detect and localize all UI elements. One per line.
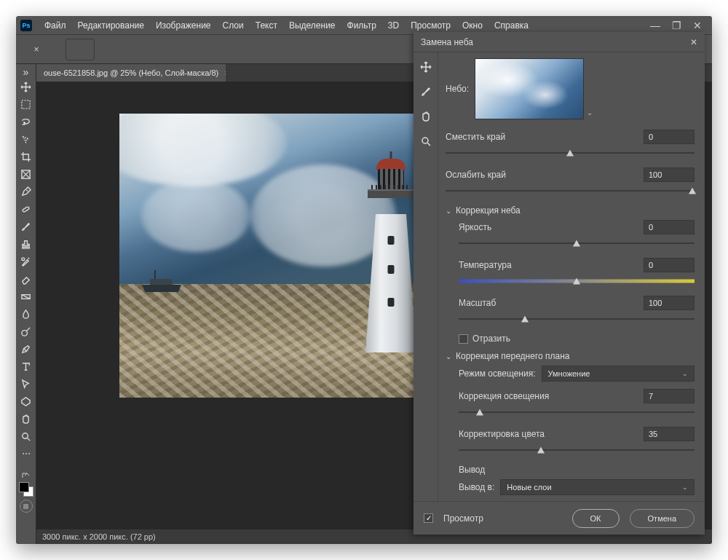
color-adjust-track[interactable] xyxy=(459,444,695,456)
menu-select[interactable]: Выделение xyxy=(284,18,341,33)
blur-tool-icon[interactable] xyxy=(17,306,35,322)
hand-tool-icon[interactable] xyxy=(17,411,35,427)
menu-view[interactable]: Просмотр xyxy=(405,18,456,33)
toolbar: » ⋯ xyxy=(16,64,36,544)
svg-rect-2 xyxy=(23,206,30,212)
quick-mask-icon[interactable] xyxy=(20,500,33,513)
temperature-track[interactable] xyxy=(459,275,695,287)
frame-tool-icon[interactable] xyxy=(17,166,35,182)
sky-preset-thumbnail[interactable] xyxy=(475,58,584,119)
marquee-tool-icon[interactable] xyxy=(17,96,35,112)
path-select-tool-icon[interactable] xyxy=(17,376,35,392)
dialog-toolbar xyxy=(414,52,438,501)
flip-checkbox-row[interactable]: Отразить xyxy=(459,334,695,344)
temperature-value[interactable]: 0 xyxy=(644,258,695,272)
menu-file[interactable]: Файл xyxy=(39,18,71,33)
svg-point-3 xyxy=(22,257,25,260)
dialog-content: Небо: ⌄ Сместить край 0 Ослабить край 10… xyxy=(438,52,705,501)
menu-filter[interactable]: Фильтр xyxy=(342,18,381,33)
fade-edge-track[interactable] xyxy=(446,185,695,197)
sky-adjust-section[interactable]: ⌄Коррекция неба xyxy=(446,205,695,216)
more-tools-icon[interactable]: ⋯ xyxy=(17,446,35,462)
dialog-hand-tool-icon[interactable] xyxy=(417,108,435,125)
output-section-title: Вывод xyxy=(459,465,485,475)
history-brush-tool-icon[interactable] xyxy=(17,253,35,269)
flip-checkbox[interactable] xyxy=(459,334,468,344)
light-mode-label: Режим освещения: xyxy=(459,368,536,379)
temperature-label: Температура xyxy=(459,260,644,270)
menu-window[interactable]: Окно xyxy=(457,18,488,33)
ok-button[interactable]: ОК xyxy=(572,509,620,528)
light-adjust-track[interactable] xyxy=(459,406,695,418)
move-tool-icon[interactable] xyxy=(17,79,35,95)
document-tab[interactable]: ouse-6521858.jpg @ 25% (Небо, Слой-маска… xyxy=(36,64,226,82)
fade-edge-value[interactable]: 100 xyxy=(644,167,695,182)
dialog-close-icon[interactable]: ✕ xyxy=(690,37,697,47)
close-icon[interactable]: ✕ xyxy=(693,20,702,31)
foreground-color-swatch[interactable] xyxy=(19,482,29,492)
shape-tool-icon[interactable] xyxy=(17,393,35,409)
shift-edge-track[interactable] xyxy=(446,147,695,159)
toolbar-expand-icon[interactable]: » xyxy=(17,67,35,77)
scale-value[interactable]: 100 xyxy=(644,296,695,310)
light-mode-dropdown[interactable]: Умножение ⌄ xyxy=(542,366,695,382)
gradient-tool-icon[interactable] xyxy=(17,288,35,304)
menu-type[interactable]: Текст xyxy=(250,18,282,33)
brightness-value[interactable]: 0 xyxy=(644,220,695,234)
svg-point-7 xyxy=(422,138,428,143)
output-label: Вывод в: xyxy=(459,482,494,492)
document-tab-close-icon[interactable]: × xyxy=(224,68,226,77)
color-adjust-label: Корректировка цвета xyxy=(459,429,644,439)
tab-closer[interactable]: × xyxy=(22,44,51,55)
zoom-tool-icon[interactable] xyxy=(17,428,35,444)
shift-edge-label: Сместить край xyxy=(446,132,644,142)
crop-tool-icon[interactable] xyxy=(17,149,35,165)
dialog-titlebar: Замена неба ✕ xyxy=(414,32,705,52)
eyedropper-tool-icon[interactable] xyxy=(17,184,35,200)
svg-point-6 xyxy=(23,433,28,438)
menu-3d[interactable]: 3D xyxy=(383,18,404,33)
dialog-move-tool-icon[interactable] xyxy=(417,58,435,76)
sky-preset-dropdown-icon[interactable]: ⌄ xyxy=(584,58,596,119)
color-swatches[interactable] xyxy=(19,472,33,513)
quick-select-tool-icon[interactable] xyxy=(17,131,35,147)
menu-layer[interactable]: Слои xyxy=(218,18,249,33)
shift-edge-value[interactable]: 0 xyxy=(644,130,695,144)
scale-slider: Масштаб 100 xyxy=(459,296,695,325)
light-adjust-value[interactable]: 7 xyxy=(644,389,695,403)
light-adjust-slider: Коррекция освещения 7 xyxy=(459,389,695,418)
move-tool-option-icon[interactable] xyxy=(66,39,95,60)
brush-tool-icon[interactable] xyxy=(17,218,35,234)
menu-edit[interactable]: Редактирование xyxy=(73,18,149,33)
maximize-icon[interactable]: ❐ xyxy=(672,20,681,31)
svg-point-5 xyxy=(22,330,28,336)
lasso-tool-icon[interactable] xyxy=(17,114,35,130)
dodge-tool-icon[interactable] xyxy=(17,323,35,339)
type-tool-icon[interactable] xyxy=(17,358,35,374)
color-adjust-slider: Корректировка цвета 35 xyxy=(459,427,695,456)
minimize-icon[interactable]: — xyxy=(650,20,660,31)
color-adjust-value[interactable]: 35 xyxy=(644,427,695,441)
scale-track[interactable] xyxy=(459,313,695,325)
pen-tool-icon[interactable] xyxy=(17,341,35,357)
svg-rect-0 xyxy=(22,100,30,108)
healing-tool-icon[interactable] xyxy=(17,201,35,217)
menu-help[interactable]: Справка xyxy=(489,18,534,33)
cancel-button[interactable]: Отмена xyxy=(630,509,695,528)
stamp-tool-icon[interactable] xyxy=(17,236,35,252)
dialog-footer: ✓ Просмотр ОК Отмена xyxy=(414,501,705,535)
output-dropdown[interactable]: Новые слои ⌄ xyxy=(500,479,695,495)
preview-checkbox[interactable]: ✓ xyxy=(424,513,433,523)
status-text: 3000 пикс. x 2000 пикс. (72 pp) xyxy=(42,532,156,541)
eraser-tool-icon[interactable] xyxy=(17,271,35,287)
dialog-brush-tool-icon[interactable] xyxy=(417,83,435,100)
foreground-adjust-section[interactable]: ⌄Коррекция переднего плана xyxy=(446,351,695,361)
window-controls: — ❐ ✕ xyxy=(650,20,708,31)
output-value: Новые слои xyxy=(507,483,551,492)
sky-preset-label: Небо: xyxy=(446,84,475,94)
brightness-track[interactable] xyxy=(459,237,695,249)
brightness-slider: Яркость 0 xyxy=(459,220,695,249)
dialog-zoom-tool-icon[interactable] xyxy=(417,133,435,150)
sky-adjust-title: Коррекция неба xyxy=(456,205,521,216)
menu-image[interactable]: Изображение xyxy=(151,18,216,33)
